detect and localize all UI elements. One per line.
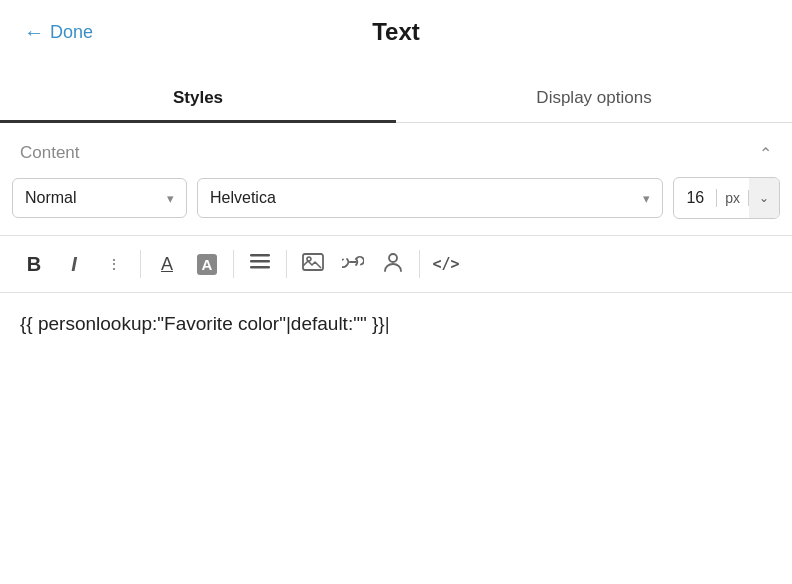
font-dropdown[interactable]: Helvetica ▾ xyxy=(197,178,663,218)
content-section-title: Content xyxy=(20,143,80,163)
bold-icon: B xyxy=(27,253,41,276)
font-dropdown-arrow-icon: ▾ xyxy=(643,191,650,206)
font-size-control[interactable]: 16 px ⌄ xyxy=(673,177,780,219)
tabs-bar: Styles Display options xyxy=(0,74,792,123)
text-style-dropdown[interactable]: Normal ▾ xyxy=(12,178,187,218)
image-button[interactable] xyxy=(295,246,331,282)
template-content: {{ personlookup:"Favorite color"|default… xyxy=(20,313,390,334)
svg-rect-1 xyxy=(250,260,270,263)
back-arrow-icon: ← xyxy=(24,21,44,44)
chevron-up-icon: ⌃ xyxy=(759,144,772,163)
tab-styles[interactable]: Styles xyxy=(0,74,396,122)
italic-icon: I xyxy=(71,253,77,276)
page-title: Text xyxy=(372,18,420,46)
underline-a-icon: A xyxy=(161,254,173,275)
toolbar-row: B I ⋮ A A xyxy=(0,235,792,293)
done-button[interactable]: ← Done xyxy=(24,21,93,44)
svg-rect-2 xyxy=(250,266,270,269)
header: ← Done Text xyxy=(0,0,792,64)
code-button[interactable]: </> xyxy=(428,246,464,282)
controls-row: Normal ▾ Helvetica ▾ 16 px ⌄ xyxy=(0,177,792,219)
text-style-value: Normal xyxy=(25,189,77,207)
highlight-button[interactable]: A xyxy=(189,246,225,282)
person-button[interactable] xyxy=(375,246,411,282)
link-icon xyxy=(342,254,364,275)
underline-button[interactable]: A xyxy=(149,246,185,282)
italic-button[interactable]: I xyxy=(56,246,92,282)
align-icon xyxy=(250,253,270,276)
more-icon: ⋮ xyxy=(107,256,121,272)
svg-point-5 xyxy=(389,254,397,262)
bold-button[interactable]: B xyxy=(16,246,52,282)
toolbar-divider-1 xyxy=(140,250,141,278)
highlight-a-icon: A xyxy=(197,254,218,275)
align-button[interactable] xyxy=(242,246,278,282)
code-icon: </> xyxy=(432,255,459,273)
font-size-value: 16 xyxy=(674,189,717,207)
tab-display-options[interactable]: Display options xyxy=(396,74,792,122)
toolbar-divider-3 xyxy=(286,250,287,278)
link-button[interactable] xyxy=(335,246,371,282)
svg-rect-0 xyxy=(250,254,270,257)
more-button[interactable]: ⋮ xyxy=(96,246,132,282)
dropdown-arrow-icon: ▾ xyxy=(167,191,174,206)
toolbar-divider-4 xyxy=(419,250,420,278)
font-value: Helvetica xyxy=(210,189,276,207)
template-text-area[interactable]: {{ personlookup:"Favorite color"|default… xyxy=(0,293,792,355)
image-icon xyxy=(302,252,324,277)
toolbar-divider-2 xyxy=(233,250,234,278)
font-size-stepper[interactable]: ⌄ xyxy=(749,178,779,218)
person-icon xyxy=(384,252,402,277)
font-size-unit: px xyxy=(717,190,749,206)
done-label: Done xyxy=(50,22,93,43)
content-section-header[interactable]: Content ⌃ xyxy=(0,123,792,177)
